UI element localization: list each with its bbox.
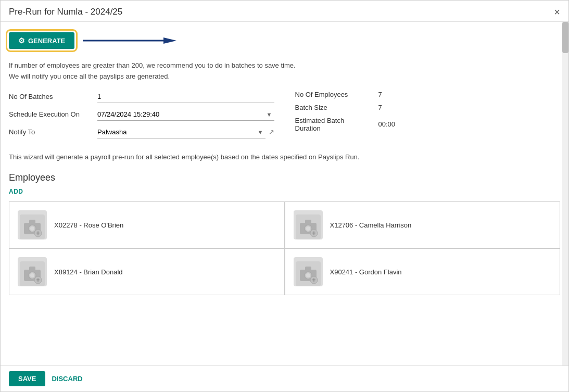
svg-rect-25 bbox=[305, 267, 311, 271]
avatar: + bbox=[294, 257, 323, 286]
avatar: + bbox=[18, 257, 47, 286]
employees-section-title: Employees bbox=[9, 172, 560, 183]
schedule-execution-row: Schedule Execution On 07/24/2024 15:29:4… bbox=[9, 108, 274, 121]
info-line1: If number of employees are greater than … bbox=[9, 60, 560, 71]
batch-size-row: Batch Size 7 bbox=[295, 104, 561, 111]
schedule-execution-label: Schedule Execution On bbox=[9, 110, 97, 118]
svg-marker-1 bbox=[163, 37, 176, 44]
employee-card[interactable]: + X12706 - Camella Harrison bbox=[285, 201, 561, 248]
modal-container: Pre-Run for Numla - 2024/25 × ⚙ GENERATE bbox=[0, 0, 569, 392]
close-button[interactable]: × bbox=[554, 7, 560, 17]
svg-point-27 bbox=[306, 273, 310, 277]
employees-grid: + X02278 - Rose O'Brien + X12706 - Camel… bbox=[9, 201, 560, 295]
modal-scroll-area: ⚙ GENERATE If number of employees are gr… bbox=[1, 22, 568, 365]
modal-body: ⚙ GENERATE If number of employees are gr… bbox=[1, 22, 568, 301]
notify-to-row: Notify To Palwasha ▼ ↗ bbox=[9, 126, 274, 138]
scrollbar-track[interactable] bbox=[562, 22, 568, 365]
svg-text:+: + bbox=[36, 230, 40, 237]
save-button[interactable]: SAVE bbox=[9, 371, 45, 386]
employee-name: X90241 - Gordon Flavin bbox=[330, 268, 402, 276]
svg-rect-11 bbox=[305, 220, 311, 224]
no-of-employees-row: No Of Employees 7 bbox=[295, 91, 561, 98]
gear-icon: ⚙ bbox=[18, 36, 25, 45]
employee-name: X89124 - Brian Donald bbox=[54, 268, 123, 276]
notify-to-select[interactable]: Palwasha bbox=[97, 126, 265, 138]
notify-to-wrap: Palwasha ▼ ↗ bbox=[97, 126, 274, 138]
form-section: No Of Batches Schedule Execution On 07/2… bbox=[9, 91, 560, 144]
estimated-batch-label: Estimated Batch Duration bbox=[295, 117, 378, 132]
no-of-batches-input[interactable] bbox=[97, 91, 274, 103]
form-right: No Of Employees 7 Batch Size 7 Estimated… bbox=[295, 91, 561, 144]
employee-name: X12706 - Camella Harrison bbox=[330, 221, 412, 229]
scrollbar-thumb[interactable] bbox=[562, 22, 568, 53]
modal-title: Pre-Run for Numla - 2024/25 bbox=[9, 7, 122, 17]
modal-footer: SAVE DISCARD bbox=[1, 365, 568, 391]
form-left: No Of Batches Schedule Execution On 07/2… bbox=[9, 91, 274, 144]
info-text: If number of employees are greater than … bbox=[9, 60, 560, 82]
schedule-execution-select[interactable]: 07/24/2024 15:29:40 bbox=[97, 108, 274, 121]
no-of-employees-label: No Of Employees bbox=[295, 91, 378, 98]
generate-button[interactable]: ⚙ GENERATE bbox=[9, 32, 74, 49]
svg-text:+: + bbox=[312, 276, 315, 284]
no-of-batches-label: No Of Batches bbox=[9, 93, 97, 100]
no-of-batches-row: No Of Batches bbox=[9, 91, 274, 103]
estimated-batch-row: Estimated Batch Duration 00:00 bbox=[295, 117, 561, 132]
notify-to-select-wrap: Palwasha ▼ bbox=[97, 126, 265, 138]
svg-point-13 bbox=[306, 226, 310, 231]
avatar: + bbox=[18, 210, 47, 239]
batch-size-label: Batch Size bbox=[295, 104, 378, 111]
avatar: + bbox=[294, 210, 323, 239]
employee-name: X02278 - Rose O'Brien bbox=[54, 221, 123, 229]
add-employee-link[interactable]: ADD bbox=[9, 188, 23, 195]
arrow-annotation bbox=[83, 34, 176, 47]
modal-header: Pre-Run for Numla - 2024/25 × bbox=[1, 1, 568, 22]
estimated-batch-value: 00:00 bbox=[378, 120, 396, 128]
schedule-execution-select-wrap: 07/24/2024 15:29:40 ▼ bbox=[97, 108, 274, 121]
discard-button[interactable]: DISCARD bbox=[52, 375, 82, 383]
svg-rect-4 bbox=[29, 220, 35, 224]
description-text: This wizard will generate a payroll pre-… bbox=[9, 152, 560, 162]
notify-to-label: Notify To bbox=[9, 128, 97, 136]
info-line2: We will notify you once all the payslips… bbox=[9, 71, 560, 82]
svg-point-6 bbox=[30, 226, 34, 231]
employee-card[interactable]: + X89124 - Brian Donald bbox=[9, 248, 285, 295]
external-link-icon[interactable]: ↗ bbox=[269, 128, 274, 136]
employees-section: Employees ADD + X02278 - Rose O'Brien + … bbox=[9, 172, 560, 295]
svg-text:+: + bbox=[36, 276, 40, 284]
generate-label: GENERATE bbox=[28, 37, 65, 45]
toolbar: ⚙ GENERATE bbox=[9, 28, 560, 55]
batch-size-value: 7 bbox=[378, 104, 382, 111]
svg-text:+: + bbox=[312, 230, 315, 237]
svg-point-20 bbox=[30, 273, 34, 277]
employee-card[interactable]: + X02278 - Rose O'Brien bbox=[9, 201, 285, 248]
no-of-employees-value: 7 bbox=[378, 91, 382, 98]
svg-rect-18 bbox=[29, 267, 35, 271]
employee-card[interactable]: + X90241 - Gordon Flavin bbox=[285, 248, 561, 295]
